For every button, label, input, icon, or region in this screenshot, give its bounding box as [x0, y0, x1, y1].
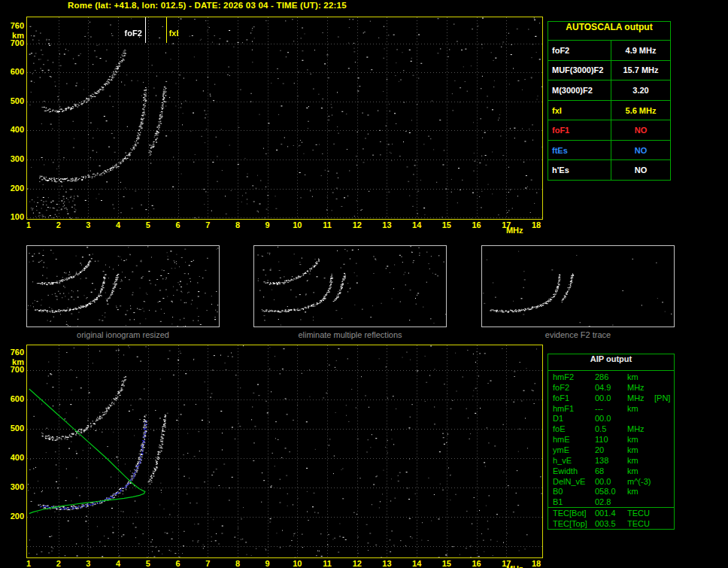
autoscala-screen: Rome (lat: +41.8, lon: 012.5) - DATE: 20…: [0, 0, 728, 568]
y-tick-label: 400: [0, 454, 26, 462]
autoscala-row-value: NO: [611, 141, 670, 160]
x-tick-label: 4: [111, 560, 126, 568]
aip-row: foF100.0MHz[PN]: [548, 393, 674, 403]
aip-row-label: Ewidth: [548, 466, 595, 475]
x-tick-label: 14: [409, 221, 424, 229]
aip-row-value: 138: [595, 456, 627, 465]
autoscala-row-label: MUF(3000)F2: [548, 61, 611, 80]
aip-row-value: 04.9: [595, 383, 627, 392]
x-tick-label: 18: [529, 221, 544, 229]
x-tick-label: 16: [469, 221, 484, 229]
aip-row: ymE20km: [548, 445, 674, 455]
y-tick-label: 500: [0, 424, 26, 433]
y-tick-label: 200: [0, 512, 26, 521]
autoscala-row-value: 5.6 MHz: [611, 101, 670, 120]
y-tick-label: 700: [0, 366, 26, 374]
x-tick-label: 13: [379, 560, 394, 568]
y-tick-label: 700: [0, 39, 26, 47]
autoscala-row-label: foF2: [548, 41, 611, 60]
aip-row-value: 058.0: [595, 487, 627, 496]
x-tick-label: 15: [439, 221, 454, 229]
fxi-marker-line: [166, 17, 167, 43]
aip-row: DelN_vE00.0m^(-3): [548, 476, 674, 487]
x-tick-label: 6: [171, 221, 186, 229]
y-axis-unit: km: [0, 357, 26, 366]
autoscala-row: MUF(3000)F215.7 MHz: [548, 60, 670, 80]
autoscala-row-value: 15.7 MHz: [611, 61, 670, 80]
x-tick-label: 9: [260, 560, 275, 568]
x-tick-label: 2: [51, 560, 66, 568]
aip-row-value: 20: [595, 445, 627, 454]
aip-row: hmE110km: [548, 434, 674, 445]
fof2-marker-label: foF2: [108, 29, 142, 38]
bottom-ionogram-canvas: [27, 345, 542, 557]
aip-row-unit: MHz: [627, 424, 654, 433]
aip-row: foF204.9MHz: [548, 382, 674, 393]
aip-row-label: TEC[Bot]: [548, 509, 595, 518]
x-tick-label: 1: [21, 221, 36, 229]
autoscala-row: foF1NO: [548, 120, 670, 140]
aip-row-unit: MHz: [627, 383, 654, 392]
autoscala-row-label: ftEs: [548, 141, 611, 160]
y-tick-label: 600: [0, 68, 26, 76]
x-tick-label: 5: [141, 221, 156, 229]
aip-row: D100.0: [548, 413, 674, 424]
x-tick-label: 16: [469, 560, 484, 568]
y-tick-label: 600: [0, 395, 26, 403]
autoscala-row: M(3000)F23.20: [548, 80, 670, 100]
aip-row-value: 00.0: [595, 393, 627, 402]
x-tick-label: 10: [290, 560, 305, 568]
aip-row-unit: km: [627, 372, 654, 381]
aip-row-unit: km: [627, 456, 654, 465]
aip-row-unit: km: [627, 404, 654, 413]
aip-row-label: hmE: [548, 435, 595, 444]
aip-row-label: h_vE: [548, 456, 595, 465]
aip-row: h_vE138km: [548, 455, 674, 466]
aip-row-label: foF2: [548, 383, 595, 392]
thumbnail-f2-trace-caption: evidence F2 trace: [481, 330, 675, 339]
y-axis-unit: km: [0, 31, 26, 40]
autoscala-row-value: 4.9 MHz: [611, 41, 670, 60]
thumbnail-no-multiples-canvas: [253, 245, 447, 327]
y-tick-label: 400: [0, 126, 26, 134]
x-tick-label: 9: [260, 221, 275, 229]
aip-row: B0058.0km: [548, 486, 674, 497]
thumbnail-original-caption: original ionogram resized: [26, 330, 220, 339]
autoscala-row-label: M(3000)F2: [548, 80, 611, 100]
fof2-marker-line: [145, 17, 146, 43]
x-tick-label: 6: [171, 560, 186, 568]
top-ionogram-plot: 123456789101112131415161718MHz7607006005…: [26, 17, 543, 220]
autoscala-panel-title: AUTOSCALA output: [548, 22, 670, 40]
aip-row-value: 02.8: [595, 497, 627, 506]
x-tick-label: 11: [320, 560, 335, 568]
aip-row-value: 68: [595, 466, 627, 475]
x-tick-label: 12: [350, 221, 365, 229]
y-tick-label: 100: [0, 213, 26, 221]
autoscala-row-value: 3.20: [611, 80, 670, 100]
aip-row-extra: [PN]: [654, 393, 674, 402]
autoscala-row: ftEsNO: [548, 140, 670, 160]
aip-row-label: foE: [548, 424, 595, 433]
aip-row-unit: km: [627, 466, 654, 475]
aip-row-label: DelN_vE: [548, 477, 595, 486]
aip-row-label: TEC[Top]: [548, 519, 595, 528]
x-tick-label: 11: [320, 221, 335, 229]
x-tick-label: 18: [529, 560, 544, 568]
y-tick-label: 500: [0, 97, 26, 105]
x-tick-label: 3: [80, 221, 96, 229]
y-tick-label: 300: [0, 483, 26, 491]
aip-row-unit: TECU: [627, 509, 654, 518]
x-axis-unit: MHz: [505, 226, 524, 235]
aip-row-value: 001.4: [595, 509, 627, 518]
aip-row-unit: km: [627, 445, 654, 454]
aip-row-unit: m^(-3): [627, 477, 654, 486]
window-title: Rome (lat: +41.8, lon: 012.5) - DATE: 20…: [68, 1, 347, 10]
autoscala-row-value: NO: [611, 120, 670, 140]
y-tick-label: 760: [0, 348, 26, 357]
aip-row-unit: MHz: [627, 393, 654, 402]
x-tick-label: 7: [200, 221, 215, 229]
bottom-ionogram-plot: 123456789101112131415161718MHz7607006005…: [26, 345, 543, 558]
aip-row: Ewidth68km: [548, 466, 674, 476]
aip-row-value: 00.0: [595, 477, 627, 486]
y-tick-label: 200: [0, 184, 26, 193]
